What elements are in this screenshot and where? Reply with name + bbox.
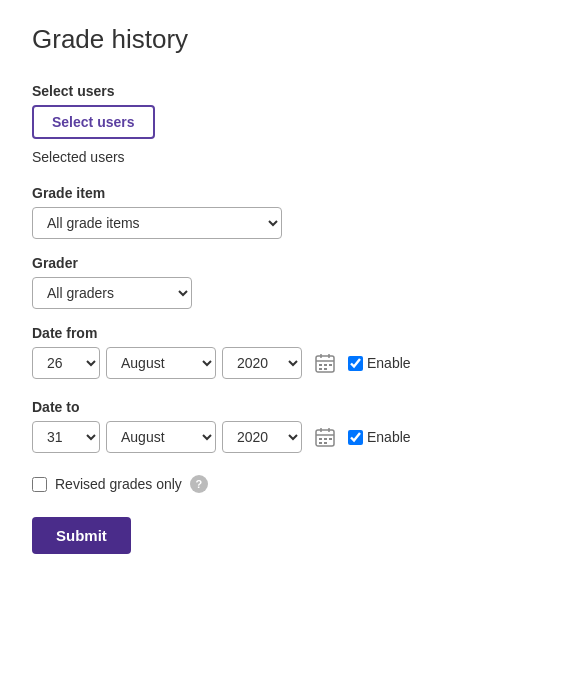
grader-select[interactable]: All graders xyxy=(32,277,192,309)
svg-rect-7 xyxy=(319,368,322,370)
date-from-enable-checkbox[interactable] xyxy=(348,356,363,371)
date-to-enable-label: Enable xyxy=(367,429,411,445)
svg-rect-14 xyxy=(324,438,327,440)
date-to-calendar-icon[interactable] xyxy=(312,424,338,450)
date-to-enable-row: Enable xyxy=(348,429,411,445)
selected-users-label: Selected users xyxy=(32,149,530,165)
date-from-enable-row: Enable xyxy=(348,355,411,371)
svg-rect-17 xyxy=(324,442,327,444)
revised-grades-help-icon[interactable]: ? xyxy=(190,475,208,493)
page-title: Grade history xyxy=(32,24,530,55)
svg-rect-13 xyxy=(319,438,322,440)
revised-grades-checkbox[interactable] xyxy=(32,477,47,492)
svg-rect-4 xyxy=(319,364,322,366)
date-from-year-select[interactable]: 2020 xyxy=(222,347,302,379)
grade-item-section: Grade item All grade items xyxy=(32,185,530,239)
date-from-calendar-icon[interactable] xyxy=(312,350,338,376)
revised-grades-label: Revised grades only xyxy=(55,476,182,492)
submit-button[interactable]: Submit xyxy=(32,517,131,554)
svg-rect-6 xyxy=(329,364,332,366)
grade-item-label: Grade item xyxy=(32,185,530,201)
svg-rect-5 xyxy=(324,364,327,366)
date-to-day-select[interactable]: 31 xyxy=(32,421,100,453)
date-to-enable-checkbox[interactable] xyxy=(348,430,363,445)
grade-item-select[interactable]: All grade items xyxy=(32,207,282,239)
select-users-button[interactable]: Select users xyxy=(32,105,155,139)
svg-rect-8 xyxy=(324,368,327,370)
date-from-label: Date from xyxy=(32,325,530,341)
date-to-section: Date to 31 August 2020 Ena xyxy=(32,399,530,453)
select-users-label: Select users xyxy=(32,83,530,99)
date-from-month-select[interactable]: August xyxy=(106,347,216,379)
date-from-day-select[interactable]: 26 xyxy=(32,347,100,379)
date-to-year-select[interactable]: 2020 xyxy=(222,421,302,453)
date-from-row: 26 August 2020 Enable xyxy=(32,347,530,379)
date-from-enable-label: Enable xyxy=(367,355,411,371)
date-from-section: Date from 26 August 2020 E xyxy=(32,325,530,379)
select-users-section: Select users Select users Selected users xyxy=(32,83,530,165)
revised-grades-row: Revised grades only ? xyxy=(32,475,530,493)
svg-rect-16 xyxy=(319,442,322,444)
svg-rect-15 xyxy=(329,438,332,440)
grader-section: Grader All graders xyxy=(32,255,530,309)
date-to-month-select[interactable]: August xyxy=(106,421,216,453)
grader-label: Grader xyxy=(32,255,530,271)
date-to-label: Date to xyxy=(32,399,530,415)
date-to-row: 31 August 2020 Enable xyxy=(32,421,530,453)
